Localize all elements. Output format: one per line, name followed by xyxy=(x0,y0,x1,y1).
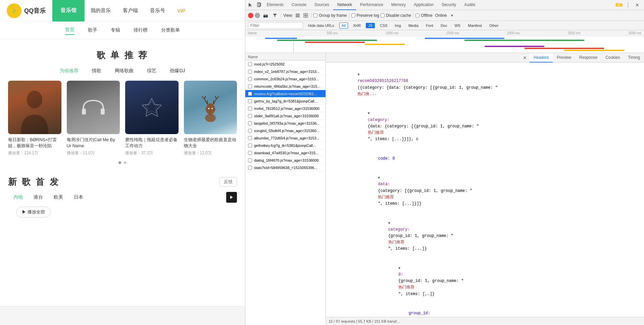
view-grid-btn[interactable] xyxy=(302,12,309,19)
json-triangle-category[interactable]: ▼ xyxy=(368,111,370,116)
filter-xhr-btn[interactable]: XHR xyxy=(351,23,363,29)
region-tab-japan[interactable]: 日本 xyxy=(68,193,89,202)
filter-font-btn[interactable]: Font xyxy=(424,23,436,29)
item-checkbox-12[interactable] xyxy=(248,151,252,155)
sec-nav-category[interactable]: 分类歌单 xyxy=(161,26,180,35)
detail-tab-timing[interactable]: Timing xyxy=(624,53,644,63)
sec-nav-artist[interactable]: 歌手 xyxy=(88,26,97,35)
item-checkbox-5[interactable] xyxy=(248,99,252,103)
network-item-9[interactable]: songlist_f2bdbf4.js?max_age=315360... xyxy=(245,127,326,134)
nav-my-music[interactable]: 我的音乐 xyxy=(85,0,117,22)
filter-icon-btn[interactable] xyxy=(271,11,279,19)
disable-cache-label[interactable]: Disable cache xyxy=(381,13,411,18)
music-card-1[interactable]: 每日新歌：BØRNS×打雷姐，极致噪音一秒沦陷 播放量：124.1万 xyxy=(8,81,61,156)
network-item-0[interactable]: mod.js?r=2525092 xyxy=(245,60,326,68)
filter-manifest-btn[interactable]: Manifest xyxy=(465,23,484,29)
preserve-log-label[interactable]: Preserve log xyxy=(351,13,379,18)
offline-label[interactable]: Offline xyxy=(415,13,432,18)
offline-checkbox[interactable] xyxy=(415,13,419,17)
pagination-dot-1[interactable] xyxy=(118,161,121,164)
cat-tab-dj[interactable]: 劲爆DJ xyxy=(170,68,185,74)
cat-tab-variety[interactable]: 综艺 xyxy=(147,68,156,74)
tab-application[interactable]: Application xyxy=(410,0,438,10)
tab-console[interactable]: Console xyxy=(288,0,310,10)
disable-cache-checkbox[interactable] xyxy=(381,13,385,17)
network-item-2[interactable]: common_2c63b24.js?max_age=3153... xyxy=(245,75,326,83)
item-checkbox-14[interactable] xyxy=(248,166,252,170)
music-card-4[interactable]: 生物老师最爱的歌曲直是动物大全 播放量：12.0万 xyxy=(184,81,237,156)
preserve-log-checkbox[interactable] xyxy=(351,13,355,17)
tab-audits[interactable]: Audits xyxy=(460,0,479,10)
filter-input[interactable] xyxy=(248,22,303,29)
cat-tab-recommended[interactable]: 为你推荐 xyxy=(60,68,79,74)
network-item-14[interactable]: stats?sId=584959638_=1515055396... xyxy=(245,164,326,171)
item-checkbox-2[interactable] xyxy=(248,77,252,81)
network-item-11[interactable]: gethotkey.fcg?g_tk=5381&jsonpCall... xyxy=(245,142,326,149)
play-all-button[interactable]: ▶ 播放全部 xyxy=(16,207,51,217)
filter-other-btn[interactable]: Other xyxy=(487,23,501,29)
region-tab-mainland[interactable]: 内地 xyxy=(8,193,28,202)
pagination-dot-2[interactable] xyxy=(124,161,127,164)
tab-performance[interactable]: Performance xyxy=(356,0,387,10)
camera-icon-btn[interactable]: 📷 xyxy=(261,11,269,19)
item-checkbox-4[interactable] xyxy=(248,92,252,96)
json-triangle-cat-arr[interactable]: ▼ xyxy=(388,221,390,226)
region-tab-western[interactable]: 欧美 xyxy=(48,193,68,202)
detail-tab-response[interactable]: Response xyxy=(575,53,601,63)
music-card-3[interactable]: 磨性纯电｜拖延症患者必备工作动力 播放量：37.3万 xyxy=(125,81,179,156)
network-item-1[interactable]: index_v2_1eb8787.js?max_age=3153... xyxy=(245,68,326,75)
filter-css-btn[interactable]: CSS xyxy=(378,23,390,29)
filter-img-btn[interactable]: Img xyxy=(393,23,403,29)
tab-elements[interactable]: Elements xyxy=(263,0,288,10)
music-card-2[interactable]: 每周冷门佳片|Call Me By Ur Name 播放量：11.0万 xyxy=(67,81,120,156)
group-by-frame-label[interactable]: Group by frame xyxy=(313,13,347,18)
network-item-4[interactable]: musicu.fcg?callback=recom5032951... xyxy=(245,90,326,97)
network-item-5[interactable]: getmv_by_tag?g_tk=5381&jsonpCall... xyxy=(245,97,326,105)
item-checkbox-3[interactable] xyxy=(248,84,252,88)
network-item-3[interactable]: returncode_486a5bc.js?max_age=315... xyxy=(245,83,326,90)
device-icon-btn[interactable] xyxy=(255,1,263,9)
network-item-12[interactable]: download_47a4530.js?max_age=315... xyxy=(245,149,326,157)
nav-client[interactable]: 客户端 xyxy=(117,0,144,22)
cat-tab-love[interactable]: 情歌 xyxy=(92,68,101,74)
filter-media-btn[interactable]: Media xyxy=(406,23,421,29)
tab-network[interactable]: Network xyxy=(333,0,356,10)
network-item-10[interactable]: albumlist_772d654.js?max_age=3153... xyxy=(245,134,326,142)
filter-all-btn[interactable]: All xyxy=(339,23,348,29)
region-tab-hktw[interactable]: 港台 xyxy=(28,193,48,202)
filter-doc-btn[interactable]: Doc xyxy=(438,23,450,29)
detail-tab-preview[interactable]: Preview xyxy=(553,53,575,63)
stop-button[interactable] xyxy=(255,13,260,18)
tab-security[interactable]: Security xyxy=(438,0,460,10)
cat-tab-network[interactable]: 网络歌曲 xyxy=(115,68,134,74)
item-checkbox-0[interactable] xyxy=(248,62,252,66)
hide-data-urls-btn[interactable]: Hide data URLs xyxy=(306,23,337,29)
item-checkbox-9[interactable] xyxy=(248,129,252,133)
detail-tab-headers[interactable]: Headers xyxy=(530,53,553,63)
tab-sources[interactable]: Sources xyxy=(310,0,333,10)
online-dropdown-btn[interactable]: ▾ xyxy=(449,12,455,19)
record-button[interactable] xyxy=(248,13,253,18)
network-item-7[interactable]: slider_9a891a6.js?max_age=31536000 xyxy=(245,112,326,120)
item-checkbox-8[interactable] xyxy=(248,121,252,125)
inspect-icon-btn[interactable] xyxy=(247,1,255,9)
item-checkbox-6[interactable] xyxy=(248,107,252,111)
item-checkbox-1[interactable] xyxy=(248,70,252,74)
feedback-button[interactable]: 反馈 xyxy=(219,177,237,187)
json-triangle-data[interactable]: ▼ xyxy=(378,175,380,181)
view-list-btn[interactable] xyxy=(294,12,301,19)
filter-ws-btn[interactable]: WS xyxy=(452,23,463,29)
sec-nav-charts[interactable]: 排行榜 xyxy=(134,26,148,35)
close-devtools-btn[interactable]: ✕ xyxy=(633,1,641,9)
more-options-icon-btn[interactable]: ⋮ xyxy=(624,1,632,9)
item-checkbox-7[interactable] xyxy=(248,114,252,118)
network-item-8[interactable]: taogelist_0f3793a.js?max_age=31536... xyxy=(245,120,326,127)
nav-vip[interactable]: VIP xyxy=(171,0,191,22)
item-checkbox-10[interactable] xyxy=(248,136,252,140)
nav-music-hall[interactable]: 音乐馆 xyxy=(52,0,85,22)
json-triangle-root[interactable]: ▼ xyxy=(357,72,359,78)
detail-close-btn[interactable]: ✕ xyxy=(523,55,527,60)
tab-memory[interactable]: Memory xyxy=(387,0,410,10)
network-item-6[interactable]: mvlist_7819512.js?max_age=31536000 xyxy=(245,105,326,112)
sec-nav-album[interactable]: 专辑 xyxy=(111,26,120,35)
